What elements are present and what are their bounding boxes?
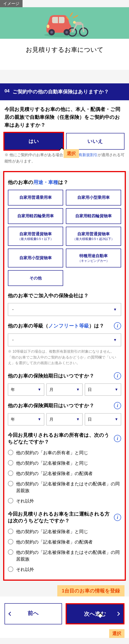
driver-radio-group: 他の契約の「記名被保険者」と同じ他の契約の「記名被保険者」の配偶者他の契約の「記…: [8, 528, 121, 573]
owner-option-0[interactable]: 他の契約の「お車の所有者」と同じ: [8, 449, 121, 456]
chevron-down-icon: ▼: [113, 338, 117, 342]
driver-option-3[interactable]: それ以外: [8, 566, 121, 573]
other-car-panel: 他のお車の用途・車種は？ 自家用普通乗用車自家用小型乗用車自家用軽四輪乗用車自家…: [3, 171, 126, 581]
select-annotation: 選択: [109, 629, 124, 638]
driver-question: 今回お見積りされるお車を主に運転される方は次のうちどなたですか？: [8, 510, 111, 524]
question-title: ご契約中の他の自動車保険はありますか？: [13, 88, 109, 95]
yes-no-row: はい いいえ 選択: [4, 133, 124, 150]
company-value: -: [12, 307, 14, 312]
svg-rect-10: [75, 22, 82, 25]
radio-label: 他の契約の「記名被保険者」と同じ: [16, 528, 88, 535]
owner-option-3[interactable]: 他の契約の「記名被保険者またはその配偶者」の同居親族: [8, 480, 121, 494]
info-icon[interactable]: i: [114, 435, 121, 442]
question-04-body: 今回お見積りするお車の他に、本人・配偶者・ご同居の親族で自動車保険（任意保険）を…: [0, 100, 129, 171]
usage-option-6[interactable]: 自家用小型貨物車: [8, 248, 63, 268]
radio-label: 他の契約の「記名被保険者またはその配偶者」の同居親族: [16, 549, 121, 562]
prev-button[interactable]: 前へ: [4, 603, 62, 624]
curve-divider: [0, 70, 129, 83]
usage-question: 他のお車の用途・車種は？: [8, 179, 121, 186]
radio-icon: [8, 549, 13, 555]
end-year-select[interactable]: 年▼: [8, 413, 44, 426]
owner-radio-group: 他の契約の「お車の所有者」と同じ他の契約の「記名被保険者」と同じ他の契約の「記名…: [8, 449, 121, 504]
chevron-down-icon: ▼: [38, 417, 41, 421]
driver-option-0[interactable]: 他の契約の「記名被保険者」と同じ: [8, 528, 121, 535]
usage-option-0[interactable]: 自家用普通乗用車: [8, 190, 63, 206]
radio-label: 他の契約の「記名被保険者」の配偶者: [16, 470, 93, 477]
chevron-down-icon: ▼: [114, 417, 118, 421]
usage-option-2[interactable]: 自家用軽四輪乗用車: [8, 208, 63, 224]
grade-question: 他のお車の等級（ノンフリート等級）は？: [8, 322, 111, 329]
chevron-down-icon: ▼: [76, 388, 80, 392]
usage-link[interactable]: 用途・車種: [34, 179, 58, 185]
radio-icon: [8, 529, 13, 534]
radio-icon: [8, 450, 13, 455]
svg-line-12: [70, 13, 72, 16]
question-number: 04: [4, 88, 10, 94]
radio-icon: [8, 470, 13, 476]
svg-line-13: [74, 16, 78, 18]
info-icon[interactable]: i: [114, 402, 121, 409]
start-date-row: 年▼ 月▼ 日▼: [8, 384, 121, 396]
hero-banner: [0, 7, 129, 39]
start-day-select[interactable]: 日▼: [85, 384, 121, 396]
chevron-down-icon: ▼: [114, 388, 118, 392]
nav-section: 前へ 次へ進む 選択: [0, 596, 129, 638]
grade-link[interactable]: ノンフリート等級: [48, 323, 89, 328]
radio-icon: [8, 460, 13, 466]
owner-question: 今回お見積りされるお車の所有者は、次のうちどなたですか？: [8, 432, 111, 445]
info-icon[interactable]: i: [114, 322, 121, 330]
start-month-select[interactable]: 月▼: [46, 384, 83, 396]
usage-option-1[interactable]: 自家用小型乗用車: [66, 190, 121, 206]
svg-point-11: [73, 21, 76, 24]
car-crash-illustration: [40, 8, 89, 38]
driver-option-2[interactable]: 他の契約の「記名被保険者またはその配偶者」の同居親族: [8, 549, 121, 562]
question-04-header: 04 ご契約中の他の自動車保険はありますか？: [0, 83, 129, 100]
select-annotation: 選択: [64, 149, 79, 158]
owner-option-2[interactable]: 他の契約の「記名被保険者」の配偶者: [8, 470, 121, 477]
owner-option-4[interactable]: それ以外: [8, 498, 121, 504]
yes-button[interactable]: はい: [4, 133, 63, 150]
radio-label: 他の契約の「記名被保険者」と同じ: [16, 460, 88, 466]
end-day-select[interactable]: 日▼: [85, 413, 121, 426]
driver-option-1[interactable]: 他の契約の「記名被保険者」の配偶者: [8, 538, 121, 545]
question-text: 今回お見積りするお車の他に、本人・配偶者・ご同居の親族で自動車保険（任意保険）を…: [4, 105, 124, 129]
callout-wrap: 1台目のお車の情報を登録: [0, 585, 129, 596]
start-date-question: 他のお車の保険始期日はいつですか？: [8, 372, 111, 379]
svg-point-4: [50, 31, 53, 34]
usage-option-5[interactable]: 自家用普通貨物車（最大積載量0.5ｔ超2t以下）: [66, 227, 121, 246]
end-date-row: 年▼ 月▼ 日▼: [8, 413, 121, 426]
grade-select[interactable]: - ▼: [8, 334, 121, 346]
radio-label: 他の契約の「記名被保険者」の配偶者: [16, 538, 93, 545]
svg-point-6: [66, 31, 68, 34]
start-year-select[interactable]: 年▼: [8, 384, 44, 396]
note-text-pre: ※ 他にご契約中のお車がある場合、: [4, 153, 67, 157]
info-icon[interactable]: i: [114, 514, 121, 521]
usage-option-4[interactable]: 自家用普通貨物車（最大積載量0.5ｔ以下）: [8, 227, 63, 246]
owner-option-1[interactable]: 他の契約の「記名被保険者」と同じ: [8, 460, 121, 466]
next-button[interactable]: 次へ進む: [66, 603, 124, 624]
grade-value: -: [12, 337, 14, 342]
radio-icon: [8, 481, 13, 486]
usage-options-grid: 自家用普通乗用車自家用小型乗用車自家用軽四輪乗用車自家用軽四輪貨物車自家用普通貨…: [8, 190, 121, 286]
usage-option-7[interactable]: 特種用途自動車（キャンピングカー）: [66, 248, 121, 268]
svg-point-7: [47, 24, 50, 28]
end-date-question: 他のお車の保険満期日はいつですか？: [8, 402, 111, 409]
image-tag-badge: イメージ: [0, 0, 22, 7]
radio-icon: [8, 566, 13, 572]
usage-option-8[interactable]: その他: [8, 270, 63, 286]
register-callout: 1台目のお車の情報を登録: [57, 585, 124, 596]
info-icon[interactable]: i: [114, 372, 121, 380]
radio-label: 他の契約の「記名被保険者またはその配偶者」の同居親族: [16, 480, 121, 494]
grade-note: ※ 10等級以下の場合は、複数所有新規割引の対象になりません。「他のお車でご加入…: [8, 348, 121, 366]
radio-label: それ以外: [16, 566, 34, 573]
radio-icon: [8, 498, 13, 504]
company-select[interactable]: - ▼: [8, 303, 121, 316]
chevron-down-icon: ▼: [76, 417, 80, 421]
page-title: お見積りするお車について: [0, 39, 129, 70]
usage-option-3[interactable]: 自家用軽四輪貨物車: [66, 208, 121, 224]
radio-icon: [8, 539, 13, 544]
chevron-down-icon: ▼: [113, 308, 117, 312]
radio-label: 他の契約の「お車の所有者」と同じ: [16, 449, 88, 456]
end-month-select[interactable]: 月▼: [46, 413, 83, 426]
no-button[interactable]: いいえ: [66, 133, 124, 150]
